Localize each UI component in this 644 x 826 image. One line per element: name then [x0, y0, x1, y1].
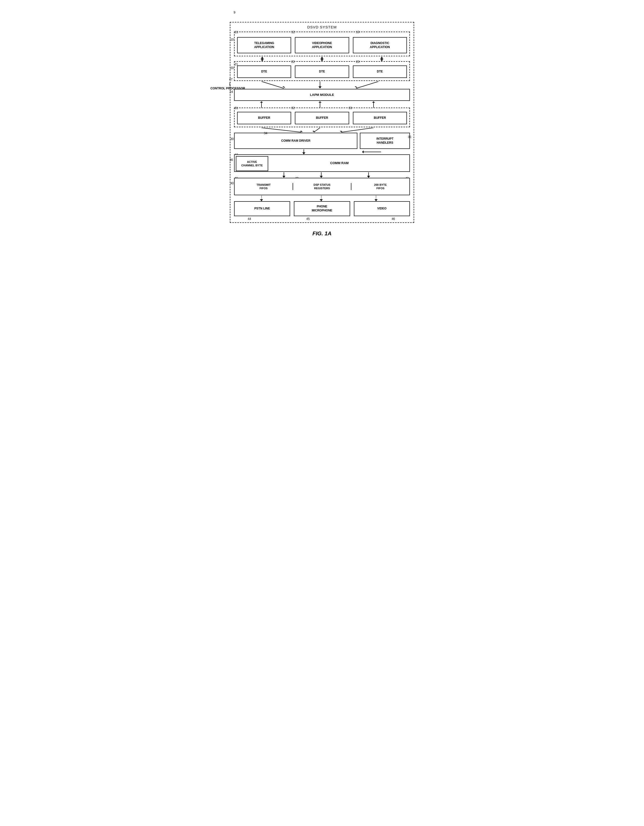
- ref-40: 40: [230, 182, 234, 185]
- comm-ram-box: ACTIVE CHANNEL BYTE COMM RAM: [234, 154, 410, 172]
- svg-line-13: [356, 81, 379, 88]
- byte-fifos-box: 200 BYTE FIFOS: [351, 183, 410, 190]
- svg-marker-16: [260, 101, 263, 102]
- ref-46: 46: [392, 217, 395, 220]
- ref-30: 30: [230, 137, 234, 141]
- buffer2-box: BUFFER: [295, 112, 349, 124]
- ref-47: 47: [229, 78, 232, 81]
- ref-10: 10: [230, 38, 234, 41]
- figure-label: FIG. 1A: [230, 230, 414, 237]
- phone-mic-box: PHONE MICROPHONE: [294, 201, 350, 216]
- active-channel-byte-box: ACTIVE CHANNEL BYTE: [236, 156, 268, 171]
- svg-line-9: [261, 81, 284, 88]
- transmit-fifos-box: TRANSMIT FIFOS: [234, 183, 293, 190]
- svg-marker-4: [321, 59, 323, 61]
- svg-marker-38: [320, 176, 323, 178]
- svg-marker-31: [302, 152, 305, 154]
- ref-35: 35: [408, 135, 411, 139]
- ref-24: 24: [230, 90, 233, 94]
- control-processor-brace: {: [229, 81, 231, 86]
- svg-line-28: [341, 128, 374, 132]
- ref-36: 36: [230, 158, 233, 161]
- svg-marker-2: [261, 57, 264, 59]
- dsp-area-box: TRANSMIT FIFOS DSP STATUS REGISTERS 200 …: [234, 178, 410, 195]
- ref-20: 20: [230, 66, 234, 70]
- dte2-box: DTE: [295, 65, 349, 78]
- ref-34: 34: [264, 132, 267, 135]
- svg-marker-5: [321, 57, 323, 59]
- pstn-line-box: PSTN LINE: [234, 201, 290, 216]
- ref-45: 45: [306, 217, 310, 220]
- videophone-box: VIDEOPHONE APPLICATION: [295, 37, 349, 53]
- svg-line-24: [261, 128, 301, 132]
- svg-marker-22: [372, 101, 375, 102]
- dsvd-system-border: DSVD SYSTEM CONTROL PROCESSOR { 47 11 12…: [230, 22, 414, 223]
- svg-marker-12: [318, 86, 321, 88]
- page: 9 DSVD SYSTEM CONTROL PROCESSOR { 47 11 …: [225, 5, 419, 242]
- lapm-box: LAPM MODULE: [234, 89, 410, 101]
- buffer3-box: BUFFER: [353, 112, 407, 124]
- svg-marker-8: [380, 57, 383, 59]
- dte1-box: DTE: [237, 65, 291, 78]
- comm-ram-label: COMM RAM: [330, 161, 349, 165]
- svg-marker-33: [362, 151, 363, 154]
- svg-marker-19: [318, 101, 321, 102]
- telegaming-box: TELEGAMING APPLICATION: [237, 37, 291, 53]
- svg-marker-35: [282, 176, 286, 178]
- svg-marker-44: [320, 199, 323, 201]
- interrupt-handlers-box: INTERRUPT HANDLERS: [360, 133, 410, 149]
- svg-marker-42: [260, 199, 263, 201]
- comm-ram-driver-box: COMM RAM DRIVER: [234, 133, 357, 149]
- dsp-status-box: DSP STATUS REGISTERS: [293, 183, 352, 190]
- svg-marker-1: [261, 59, 264, 61]
- video-box: VIDEO: [354, 201, 410, 216]
- svg-marker-46: [374, 199, 377, 201]
- dte3-box: DTE: [353, 65, 407, 78]
- buffer1-box: BUFFER: [237, 112, 291, 124]
- svg-marker-7: [380, 59, 383, 61]
- dsvd-title: DSVD SYSTEM: [234, 25, 410, 29]
- diagnostic-box: DIAGNOSTIC APPLICATION: [353, 37, 407, 53]
- svg-marker-40: [367, 176, 370, 178]
- ref-9-label: 9: [234, 11, 235, 14]
- ref-44: 44: [248, 217, 251, 220]
- svg-line-26: [314, 128, 320, 132]
